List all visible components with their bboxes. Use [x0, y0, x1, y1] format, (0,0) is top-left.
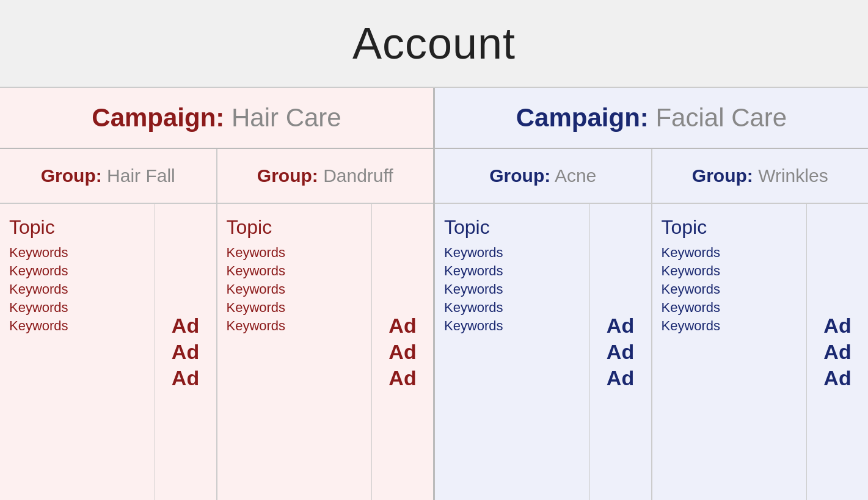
ad-item: Ad [607, 340, 634, 364]
ad-item: Ad [823, 366, 851, 390]
group-dandruff-title: Group: Dandruff [257, 165, 393, 186]
keyword-item: Keywords [227, 245, 363, 261]
keyword-item: Keywords [662, 263, 798, 279]
group-name: Wrinkles [758, 165, 828, 186]
ad-item: Ad [823, 314, 851, 338]
topic-label: Topic [662, 216, 798, 239]
group-dandruff-header: Group: Dandruff [217, 149, 434, 204]
hair-fall-topic-column: Topic Keywords Keywords Keywords Keyword… [0, 204, 155, 500]
main-content: Campaign: Hair Care Group: Hair Fall Top… [0, 88, 868, 500]
group-wrinkles: Group: Wrinkles Topic Keywords Keywords … [652, 149, 869, 500]
keyword-item: Keywords [227, 300, 363, 316]
keyword-item: Keywords [444, 263, 580, 279]
keyword-item: Keywords [662, 318, 798, 334]
group-label: Group: [41, 165, 102, 186]
ad-item: Ad [388, 340, 416, 364]
keyword-item: Keywords [9, 300, 145, 316]
ad-item: Ad [172, 340, 199, 364]
keyword-item: Keywords [662, 300, 798, 316]
group-label: Group: [692, 165, 753, 186]
campaign-hair-care-title: Campaign: Hair Care [92, 103, 341, 132]
group-wrinkles-header: Group: Wrinkles [652, 149, 869, 204]
keyword-item: Keywords [9, 263, 145, 279]
campaign-facial-care-title: Campaign: Facial Care [516, 103, 787, 132]
dandruff-topic-column: Topic Keywords Keywords Keywords Keyword… [217, 204, 373, 500]
wrinkles-content: Topic Keywords Keywords Keywords Keyword… [652, 204, 869, 500]
campaign-label: Campaign: [516, 103, 649, 132]
campaign-label: Campaign: [92, 103, 224, 132]
group-name: Acne [555, 165, 596, 186]
group-label: Group: [257, 165, 318, 186]
keyword-item: Keywords [9, 318, 145, 334]
ad-item: Ad [388, 314, 416, 338]
keyword-item: Keywords [227, 281, 363, 297]
ad-item: Ad [607, 314, 634, 338]
keyword-item: Keywords [444, 245, 580, 261]
wrinkles-ad-column: Ad Ad Ad [807, 204, 868, 500]
page-header: Account [0, 0, 868, 88]
group-wrinkles-title: Group: Wrinkles [692, 165, 828, 186]
keyword-item: Keywords [662, 281, 798, 297]
keyword-item: Keywords [444, 281, 580, 297]
group-dandruff: Group: Dandruff Topic Keywords Keywords … [217, 149, 434, 500]
group-acne-header: Group: Acne [435, 149, 651, 204]
ad-item: Ad [823, 340, 851, 364]
campaign-facial-care: Campaign: Facial Care Group: Acne Topic … [435, 88, 868, 500]
group-hair-fall-title: Group: Hair Fall [41, 165, 175, 186]
wrinkles-topic-column: Topic Keywords Keywords Keywords Keyword… [652, 204, 808, 500]
campaign-facial-care-header: Campaign: Facial Care [435, 88, 868, 149]
hair-care-groups: Group: Hair Fall Topic Keywords Keywords… [0, 149, 433, 500]
group-name: Dandruff [323, 165, 393, 186]
group-name: Hair Fall [107, 165, 175, 186]
group-hair-fall: Group: Hair Fall Topic Keywords Keywords… [0, 149, 217, 500]
dandruff-content: Topic Keywords Keywords Keywords Keyword… [217, 204, 434, 500]
ad-item: Ad [388, 366, 416, 390]
dandruff-ad-column: Ad Ad Ad [372, 204, 433, 500]
keyword-item: Keywords [444, 300, 580, 316]
keyword-item: Keywords [9, 245, 145, 261]
campaign-hair-care: Campaign: Hair Care Group: Hair Fall Top… [0, 88, 435, 500]
group-acne: Group: Acne Topic Keywords Keywords Keyw… [435, 149, 652, 500]
hair-fall-content: Topic Keywords Keywords Keywords Keyword… [0, 204, 216, 500]
topic-label: Topic [444, 216, 580, 239]
topic-label: Topic [9, 216, 145, 239]
ad-item: Ad [172, 314, 199, 338]
keyword-item: Keywords [444, 318, 580, 334]
group-acne-title: Group: Acne [489, 165, 596, 186]
keyword-item: Keywords [227, 318, 363, 334]
campaign-hair-care-header: Campaign: Hair Care [0, 88, 433, 149]
topic-label: Topic [227, 216, 363, 239]
hair-fall-ad-column: Ad Ad Ad [155, 204, 216, 500]
campaign-name: Facial Care [655, 103, 787, 132]
acne-topic-column: Topic Keywords Keywords Keywords Keyword… [435, 204, 590, 500]
keyword-item: Keywords [227, 263, 363, 279]
ad-item: Ad [607, 366, 634, 390]
keyword-item: Keywords [662, 245, 798, 261]
group-label: Group: [489, 165, 550, 186]
acne-ad-column: Ad Ad Ad [590, 204, 651, 500]
campaign-name: Hair Care [232, 103, 341, 132]
facial-care-groups: Group: Acne Topic Keywords Keywords Keyw… [435, 149, 868, 500]
keyword-item: Keywords [9, 281, 145, 297]
group-hair-fall-header: Group: Hair Fall [0, 149, 216, 204]
page-title: Account [0, 18, 868, 68]
acne-content: Topic Keywords Keywords Keywords Keyword… [435, 204, 651, 500]
ad-item: Ad [172, 366, 199, 390]
